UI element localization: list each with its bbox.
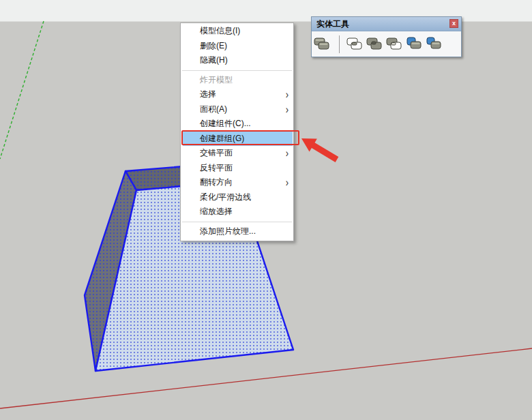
menu-item-delete[interactable]: 删除(E)	[181, 39, 293, 54]
menu-item-reverse-faces[interactable]: 反转平面	[181, 161, 293, 176]
menu-item-model-info[interactable]: 模型信息(I)	[181, 24, 293, 39]
menu-item-select[interactable]: 选择 ›	[181, 87, 293, 102]
close-icon[interactable]: x	[449, 19, 458, 28]
toolbar-title: 实体工具	[316, 18, 349, 30]
submenu-arrow-icon: ›	[286, 104, 289, 115]
submenu-arrow-icon: ›	[286, 177, 289, 188]
solid-tools-toolbar: 实体工具 x	[311, 16, 462, 57]
menu-item-flip-direction[interactable]: 翻转方向 ›	[181, 175, 293, 190]
menu-item-area[interactable]: 面积(A) ›	[181, 102, 293, 117]
menu-item-hide[interactable]: 隐藏(H)	[181, 53, 293, 68]
toolbar-divider	[339, 35, 340, 53]
union-icon[interactable]	[365, 35, 384, 54]
menu-item-explode-model: 炸开模型	[181, 73, 293, 88]
menu-separator	[182, 222, 292, 222]
toolbar-body	[312, 31, 461, 57]
menu-item-soften-smooth-edges[interactable]: 柔化/平滑边线	[181, 190, 293, 205]
submenu-arrow-icon: ›	[286, 148, 289, 159]
green-axis-line	[0, 21, 44, 159]
intersect-icon[interactable]	[345, 35, 364, 54]
outer-shell-icon[interactable]	[312, 35, 331, 54]
split-icon[interactable]	[424, 35, 443, 54]
trim-icon[interactable]	[404, 35, 424, 54]
toolbar-titlebar[interactable]: 实体工具 x	[312, 17, 461, 31]
menu-item-add-photo-texture[interactable]: 添加照片纹理...	[181, 224, 293, 239]
annotation-highlight-box	[181, 130, 299, 145]
red-axis-line	[0, 348, 532, 408]
menu-item-zoom-selection[interactable]: 缩放选择	[181, 205, 293, 220]
submenu-arrow-icon: ›	[286, 89, 289, 100]
menu-item-intersect-faces[interactable]: 交错平面 ›	[181, 146, 293, 161]
menu-separator	[182, 70, 292, 71]
sketchup-viewport: 实体工具 x	[0, 0, 532, 420]
subtract-icon[interactable]	[385, 35, 404, 54]
menu-item-create-component[interactable]: 创建组件(C)...	[181, 117, 293, 132]
